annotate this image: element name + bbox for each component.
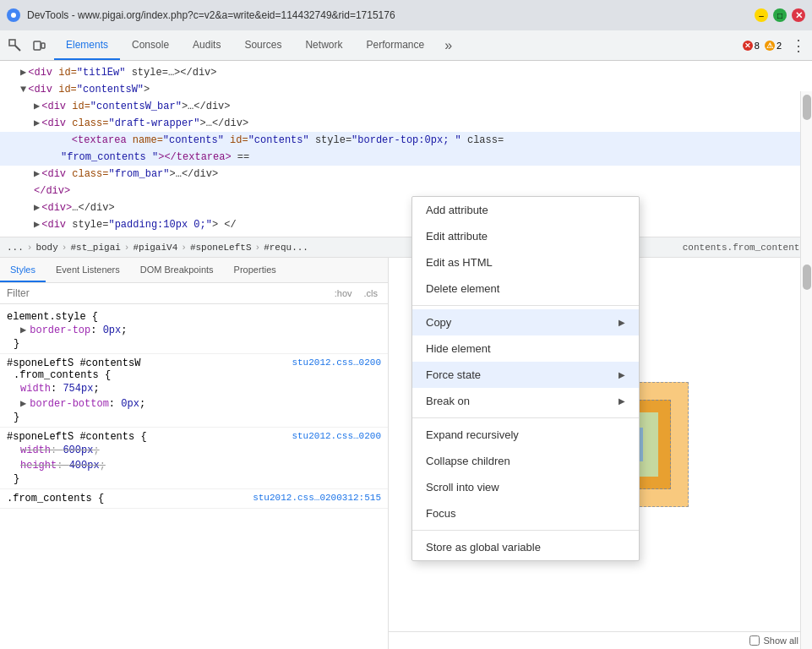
ctx-expand-recursively[interactable]: Expand recursively <box>412 422 639 448</box>
submenu-arrow-icon: ▶ <box>619 396 625 406</box>
ctx-store-global[interactable]: Store as global variable <box>412 534 639 560</box>
ctx-force-state[interactable]: Force state ▶ <box>412 362 639 388</box>
submenu-arrow-icon: ▶ <box>619 318 625 327</box>
main-area: ▶<div id="titlEw" style=…></div> ▼<div i… <box>0 61 812 649</box>
ctx-separator-1 <box>412 305 639 306</box>
submenu-arrow-icon: ▶ <box>619 370 625 379</box>
ctx-copy[interactable]: Copy ▶ <box>412 309 639 335</box>
ctx-edit-attribute[interactable]: Edit attribute <box>412 223 639 249</box>
ctx-separator-2 <box>412 417 639 418</box>
ctx-collapse-children[interactable]: Collapse children <box>412 448 639 474</box>
context-menu: Add attribute Edit attribute Edit as HTM… <box>411 196 640 561</box>
ctx-focus[interactable]: Focus <box>412 500 639 526</box>
ctx-break-on[interactable]: Break on ▶ <box>412 388 639 414</box>
ctx-scroll-into-view[interactable]: Scroll into view <box>412 474 639 500</box>
ctx-delete-element[interactable]: Delete element <box>412 275 639 302</box>
ctx-add-attribute[interactable]: Add attribute <box>412 197 639 223</box>
context-menu-overlay[interactable] <box>0 0 812 649</box>
ctx-hide-element[interactable]: Hide element <box>412 335 639 362</box>
ctx-edit-html[interactable]: Edit as HTML <box>412 249 639 275</box>
ctx-separator-3 <box>412 530 639 531</box>
